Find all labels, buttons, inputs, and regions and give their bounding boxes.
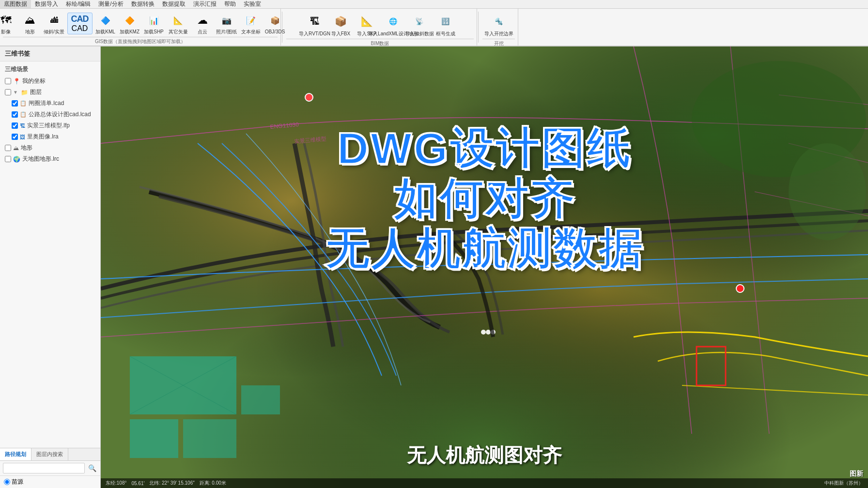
tilt-icon: 📡 bbox=[410, 12, 429, 31]
kmz-icon: 🔶 bbox=[121, 12, 139, 29]
bim-icons-row: 🏗 导入RVT/DGN 📦 导入FBX 📐 导入SKP 🌐 导入LandXML设… bbox=[302, 11, 458, 38]
radio-miaoyuan-label: 苗源 bbox=[12, 478, 23, 486]
other-vector-label: 其它矢量 bbox=[169, 29, 188, 35]
toolbar-item-kmz[interactable]: 🔶 加载KMZ bbox=[119, 11, 141, 36]
tree-item-layers[interactable]: ▼ 📁 图层 bbox=[0, 87, 100, 98]
tree-item-terrain-node[interactable]: ⛰ 地形 bbox=[0, 142, 100, 153]
cad-icon: CAD bbox=[71, 14, 89, 24]
shp-label: 加载SHP bbox=[144, 29, 164, 35]
toolbar-item-oblique[interactable]: 🏙 倾斜/实景 bbox=[43, 11, 65, 36]
search-button[interactable]: 🔍 bbox=[87, 463, 97, 473]
menu-item-edit[interactable]: 标绘/编辑 bbox=[62, 0, 94, 8]
title-line2: 如何对齐 bbox=[266, 174, 702, 225]
rvt-icon: 🏗 bbox=[305, 12, 325, 31]
terrain-icon: ⛰ bbox=[21, 12, 39, 29]
corner-label: 图新 bbox=[850, 470, 863, 478]
toolbar: 🗺 影像 ⛰ 地形 🏙 倾斜/实景 CAD CAD 🔷 加载KML 🔶 加载 bbox=[0, 9, 868, 46]
kaizao-label: 开挖 bbox=[482, 39, 515, 47]
toolbar-item-obj[interactable]: 📦 OBJ/3DS bbox=[264, 11, 286, 36]
toolbar-item-text-coord[interactable]: 📝 文本坐标 bbox=[240, 11, 262, 36]
status-coords: 北纬: 22° 39′ 15.106″ bbox=[149, 480, 194, 487]
toolbar-item-other-vector[interactable]: 📐 其它矢量 bbox=[167, 11, 189, 36]
tree-sub-item-3d-model[interactable]: 🏗 实景三维模型.lfp bbox=[0, 120, 100, 131]
my-coords-text: 我的坐标 bbox=[22, 77, 46, 85]
toolbar-item-fbx[interactable]: 📦 导入FBX bbox=[328, 11, 354, 38]
menu-item-map-data[interactable]: 底图数据 bbox=[0, 0, 31, 8]
tree-sub-item-cad2[interactable]: 📋 公路总体设计图cad.lcad bbox=[0, 109, 100, 120]
tilt-label: 导入倾斜数据 bbox=[405, 31, 434, 37]
photo-icon: 📷 bbox=[218, 12, 235, 29]
cad-label: CAD bbox=[72, 24, 88, 33]
toolbar-item-excavation[interactable]: 🔩 导入开挖边界 bbox=[486, 11, 512, 38]
status-bar: 东经:108° 05.61′ 北纬: 22° 39′ 15.106″ 距离: 0… bbox=[101, 478, 868, 488]
menu-item-measure[interactable]: 测量/分析 bbox=[94, 0, 127, 8]
toolbar-item-frame[interactable]: 🔢 框号生成 bbox=[433, 11, 458, 38]
sidebar-title: 三维书签 bbox=[0, 46, 100, 61]
radio-miaoyuan[interactable] bbox=[4, 479, 10, 485]
cad1-text: 闸圈清单.lcad bbox=[29, 99, 64, 107]
tianditu-checkbox[interactable] bbox=[5, 156, 11, 162]
radio-option-miaoyuan[interactable]: 苗源 bbox=[4, 478, 23, 486]
toolbar-item-rvt[interactable]: 🏗 导入RVT/DGN bbox=[302, 11, 327, 38]
tree-sub-item-raster[interactable]: 🖼 里奥图像.lra bbox=[0, 131, 100, 142]
terrain-node-checkbox[interactable] bbox=[5, 145, 11, 151]
imagery-icon: 🗺 bbox=[0, 12, 15, 29]
my-coords-checkbox[interactable] bbox=[5, 78, 11, 84]
status-lat: 东经:108° bbox=[106, 480, 126, 487]
menu-item-lab[interactable]: 实验室 bbox=[240, 0, 265, 8]
menu-item-transform[interactable]: 数据转换 bbox=[127, 0, 158, 8]
oblique-label: 倾斜/实景 bbox=[44, 29, 64, 35]
cad1-checkbox[interactable] bbox=[12, 100, 18, 107]
toolbar-item-photo[interactable]: 📷 照片/图纸 bbox=[216, 11, 238, 36]
tree-sub-item-cad1[interactable]: 📋 闸圈清单.lcad bbox=[0, 98, 100, 109]
raster-checkbox[interactable] bbox=[12, 134, 18, 140]
toolbar-item-imagery[interactable]: 🗺 影像 bbox=[0, 11, 17, 36]
frame-label: 框号生成 bbox=[436, 31, 455, 37]
toolbar-item-kml[interactable]: 🔷 加载KML bbox=[94, 11, 117, 36]
menu-item-import[interactable]: 数据导入 bbox=[31, 0, 62, 8]
sidebar-options: 苗源 bbox=[0, 476, 100, 488]
toolbar-item-cad[interactable]: CAD CAD bbox=[67, 13, 93, 34]
tree-item-tianditu[interactable]: 🌍 天地图地形.lrc bbox=[0, 153, 100, 165]
obj-icon: 📦 bbox=[266, 12, 284, 29]
fbx-icon: 📦 bbox=[331, 12, 351, 31]
text-coord-label: 文本坐标 bbox=[241, 29, 261, 35]
tab-layer-search[interactable]: 图层内搜索 bbox=[31, 448, 68, 460]
bim-section-label: BIM数据 bbox=[286, 39, 474, 47]
menu-item-demo[interactable]: 演示汇报 bbox=[189, 0, 220, 8]
layers-folder-icon: 📁 bbox=[21, 89, 28, 96]
other-vector-icon: 📐 bbox=[170, 12, 187, 29]
toolbar-item-landxml[interactable]: 🌐 导入LandXML设计地形 bbox=[381, 11, 406, 38]
toolbar-item-shp[interactable]: 📊 加载SHP bbox=[143, 11, 165, 36]
rvt-label: 导入RVT/DGN bbox=[299, 31, 330, 37]
title-line1: DWG设计图纸 bbox=[266, 124, 702, 174]
tree-view: 三维场景 📍 我的坐标 ▼ 📁 图层 📋 闸圈清单.lcad 📋 公路总体设计图… bbox=[0, 61, 100, 448]
raster-icon: 🖼 bbox=[20, 134, 25, 140]
menu-bar: 底图数据 数据导入 标绘/编辑 测量/分析 数据转换 数据提取 演示汇报 帮助 … bbox=[0, 0, 868, 9]
photo-label: 照片/图纸 bbox=[216, 29, 237, 35]
menu-item-extract[interactable]: 数据提取 bbox=[158, 0, 189, 8]
cad2-text: 公路总体设计图cad.lcad bbox=[29, 110, 91, 119]
tab-path-plan[interactable]: 路径规划 bbox=[0, 448, 31, 460]
cad2-checkbox[interactable] bbox=[12, 111, 18, 118]
3d-model-checkbox[interactable] bbox=[12, 122, 18, 129]
tree-item-my-coords[interactable]: 📍 我的坐标 bbox=[0, 76, 100, 87]
toolbar-item-tilt[interactable]: 📡 导入倾斜数据 bbox=[407, 11, 432, 38]
layers-checkbox[interactable] bbox=[5, 89, 11, 95]
gis-section-label: GIS数据（直接拖拽到地图区域即可加载） bbox=[3, 37, 278, 45]
skp-icon: 📐 bbox=[357, 12, 377, 31]
corner-label-text: 图新 bbox=[850, 470, 863, 477]
main-content: ENG11030 实景三维模型 DWG设计图纸 如何对齐 无人机航测数据 无人机… bbox=[101, 46, 868, 488]
status-right: 中科图新（苏州） bbox=[824, 480, 863, 487]
menu-item-help[interactable]: 帮助 bbox=[220, 0, 240, 8]
tianditu-text: 天地图地形.lrc bbox=[22, 155, 59, 163]
search-input[interactable] bbox=[3, 463, 85, 473]
3d-model-icon: 🏗 bbox=[20, 123, 25, 129]
toolbar-item-terrain[interactable]: ⛰ 地形 bbox=[19, 11, 41, 36]
title-line3: 无人机航测数据 bbox=[266, 224, 702, 274]
pointcloud-icon: ☁ bbox=[194, 12, 211, 29]
sidebar-tabs: 路径规划 图层内搜索 bbox=[0, 448, 100, 461]
subtitle-overlay: 无人机航测图对齐 bbox=[407, 442, 562, 469]
layers-expand-icon: ▼ bbox=[13, 90, 18, 95]
toolbar-item-pointcloud[interactable]: ☁ 点云 bbox=[191, 11, 214, 36]
